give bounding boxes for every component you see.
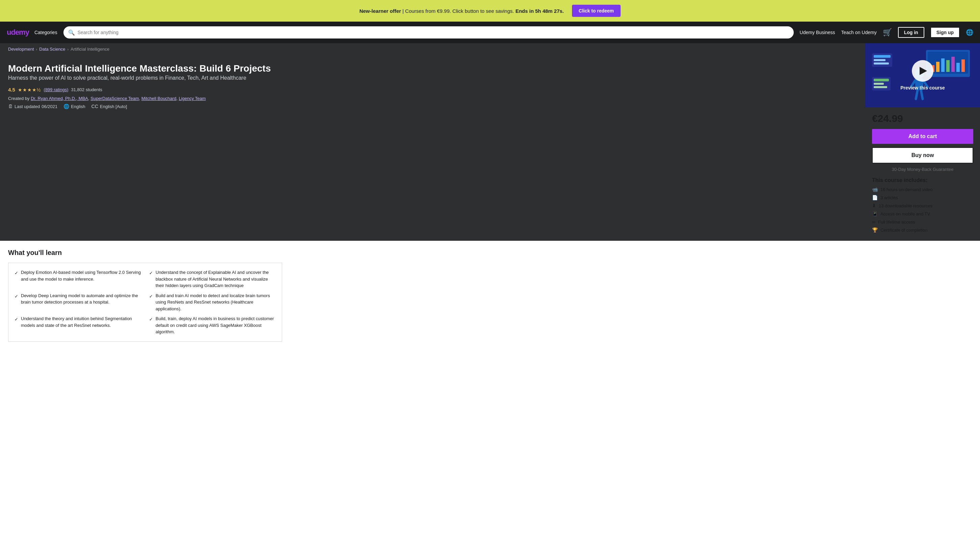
svg-rect-23 [874, 86, 887, 88]
svg-rect-5 [941, 58, 945, 72]
add-to-cart-button[interactable]: Add to cart [872, 129, 973, 144]
cart-icon[interactable]: 🛒 [883, 28, 892, 37]
breadcrumb: Development › Data Science › Artificial … [0, 43, 865, 55]
language-item: 🌐 English [64, 104, 85, 109]
hero-section: Development › Data Science › Artificial … [0, 43, 980, 241]
header-right: Udemy Business Teach on Udemy 🛒 Log in S… [800, 27, 973, 38]
created-by: Created by Dr. Ryan Ahmed, Ph.D., MBA, S… [8, 96, 282, 101]
certificate-icon: 🏆 [872, 227, 878, 233]
redeem-button[interactable]: Click to redeem [572, 5, 620, 17]
last-updated-label: Last updated [14, 104, 40, 109]
svg-rect-22 [874, 83, 884, 85]
breadcrumb-data-science[interactable]: Data Science [39, 46, 65, 52]
site-header: udemy Categories 🔍 Udemy Business Teach … [0, 22, 980, 43]
learn-text-4: Build and train AI model to detect and l… [156, 292, 276, 312]
login-button[interactable]: Log in [898, 27, 924, 38]
creator-4[interactable]: Ligency Team [179, 96, 206, 101]
breadcrumb-current: Artificial Intelligence [70, 46, 109, 52]
language-globe-icon[interactable]: 🌐 [966, 29, 973, 36]
check-icon-2: ✓ [149, 270, 153, 277]
captions-icon: CC [91, 104, 98, 109]
course-subtitle: Harness the power of AI to solve practic… [8, 74, 282, 82]
include-articles: 📄 3 articles [872, 195, 973, 200]
buy-now-button[interactable]: Buy now [872, 147, 973, 163]
banner-offer: New-learner offer [360, 8, 401, 14]
svg-rect-21 [874, 79, 889, 81]
svg-rect-8 [956, 63, 960, 72]
play-button[interactable] [912, 60, 934, 82]
learn-text-2: Understand the concept of Explainable AI… [156, 269, 276, 289]
captions: English [Auto] [100, 104, 127, 109]
article-icon: 📄 [872, 195, 878, 200]
update-icon: 🗓 [8, 104, 13, 109]
video-icon: 📹 [872, 187, 878, 192]
learn-item-5: ✓ Understand the theory and intuition be… [14, 316, 141, 335]
last-updated: 🗓 Last updated 06/2021 [8, 104, 57, 109]
download-icon: ⬇ [872, 203, 876, 208]
banner-countdown: Ends in 5h 48m 27s. [515, 8, 563, 14]
include-resources: ⬇ 13 downloadable resources [872, 203, 973, 208]
learn-text-3: Develop Deep Learning model to automate … [21, 292, 141, 306]
course-preview[interactable]: Preview this course [865, 43, 980, 107]
include-articles-text: 3 articles [880, 195, 898, 200]
check-icon-3: ✓ [14, 293, 18, 300]
below-hero: What you'll learn ✓ Deploy Emotion AI-ba… [0, 241, 980, 350]
money-back-guarantee: 30-Day Money-Back Guarantee [872, 167, 973, 172]
include-mobile: 📱 Access on mobile and TV [872, 211, 973, 217]
rating-count[interactable]: (899 ratings) [44, 87, 68, 92]
include-lifetime: ∞ Full lifetime access [872, 219, 973, 225]
learn-item-3: ✓ Develop Deep Learning model to automat… [14, 292, 141, 312]
include-certificate: 🏆 Certificate of completion [872, 227, 973, 233]
include-certificate-text: Certificate of completion [880, 228, 928, 233]
check-icon-4: ✓ [149, 293, 153, 300]
breadcrumb-sep-1: › [36, 47, 37, 51]
rating-row: 4.5 ★★★★½ (899 ratings) 31,802 students [8, 87, 282, 92]
banner-text: New-learner offer | Courses from €9.99. … [360, 8, 564, 14]
svg-rect-9 [961, 59, 965, 72]
svg-rect-17 [874, 55, 891, 58]
includes-title: This course includes: [872, 177, 973, 183]
main-content: What you'll learn ✓ Deploy Emotion AI-ba… [0, 241, 865, 350]
hero-content: Modern Artificial Intelligence Mastercla… [0, 55, 290, 241]
captions-item: CC English [Auto] [91, 104, 127, 109]
course-includes: This course includes: 📹 16 hours on-dema… [872, 177, 973, 233]
search-icon: 🔍 [68, 29, 75, 36]
svg-rect-19 [874, 62, 889, 64]
language: English [71, 104, 85, 109]
teach-link[interactable]: Teach on Udemy [841, 30, 877, 35]
include-resources-text: 13 downloadable resources [879, 203, 932, 208]
creator-3[interactable]: Mitchell Bouchard [142, 96, 176, 101]
promo-banner: New-learner offer | Courses from €9.99. … [0, 0, 980, 22]
check-icon-6: ✓ [149, 316, 153, 323]
check-icon-1: ✓ [14, 270, 18, 277]
udemy-business-link[interactable]: Udemy Business [800, 30, 835, 35]
language-icon: 🌐 [64, 104, 69, 109]
learn-text-6: Build, train, deploy AI models in busine… [156, 316, 276, 335]
include-video-text: 16 hours on-demand video [880, 187, 933, 192]
include-mobile-text: Access on mobile and TV [880, 211, 930, 217]
svg-rect-6 [946, 60, 950, 72]
course-title: Modern Artificial Intelligence Mastercla… [8, 63, 282, 74]
meta-row: 🗓 Last updated 06/2021 🌐 English CC Engl… [8, 104, 282, 109]
preview-label: Preview this course [900, 85, 945, 91]
categories-nav[interactable]: Categories [34, 30, 57, 35]
include-video: 📹 16 hours on-demand video [872, 187, 973, 192]
created-by-label: Created by [8, 96, 30, 101]
learn-section: What you'll learn ✓ Deploy Emotion AI-ba… [0, 241, 290, 350]
sidebar-spacer [865, 241, 980, 350]
student-count: 31,802 students [71, 87, 103, 92]
breadcrumb-development[interactable]: Development [8, 46, 34, 52]
course-price: €24.99 [872, 113, 973, 124]
mobile-icon: 📱 [872, 211, 878, 217]
creator-2[interactable]: SuperDataScience Team [91, 96, 139, 101]
creator-1[interactable]: Dr. Ryan Ahmed, Ph.D., MBA [31, 96, 88, 101]
udemy-logo[interactable]: udemy [7, 28, 29, 37]
sidebar-body: €24.99 Add to cart Buy now 30-Day Money-… [865, 107, 980, 241]
signup-button[interactable]: Sign up [931, 27, 960, 38]
last-updated-value: 06/2021 [41, 104, 57, 109]
learn-item-2: ✓ Understand the concept of Explainable … [149, 269, 276, 289]
search-input[interactable] [78, 30, 789, 35]
sidebar-card: Preview this course €24.99 Add to cart B… [865, 43, 980, 241]
rating-score: 4.5 [8, 87, 15, 92]
svg-line-14 [916, 90, 918, 99]
